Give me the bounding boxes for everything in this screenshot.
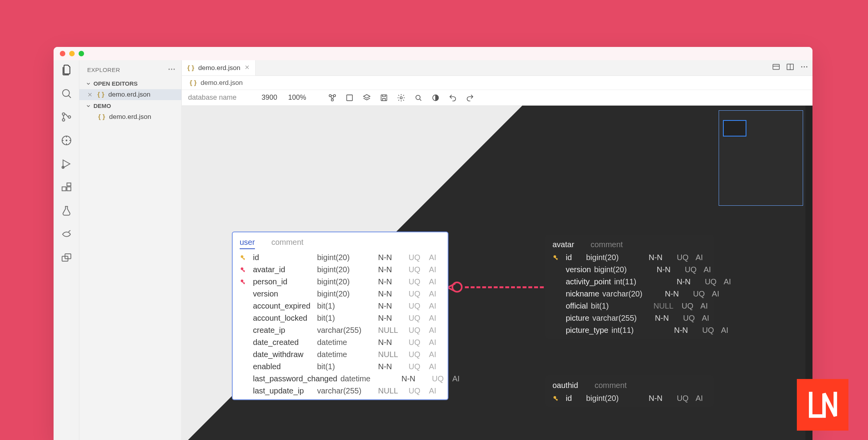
traffic-light-close[interactable] [60,51,65,56]
column-row[interactable]: enabled bit(1) N-N UQ AI [233,361,448,373]
table-comment-label[interactable]: comment [591,240,623,249]
zoom-value[interactable]: 100% [288,93,306,102]
testing-icon[interactable] [61,205,72,217]
column-name: person_id [253,277,314,286]
column-name: last_password_changed [253,374,337,383]
column-not-null: N-N [378,314,405,323]
column-row[interactable]: nickname varchar(20) N-N UQ AI [545,288,714,300]
search-icon[interactable] [61,88,72,99]
undo-icon[interactable] [448,93,457,102]
column-row[interactable]: version bigint(20) N-N UQ AI [545,264,714,276]
column-auto-increment: AI [429,265,441,274]
project-section[interactable]: DEMO [79,100,181,111]
settings-icon[interactable] [397,93,405,102]
column-name: official [566,302,588,311]
table-name[interactable]: user [240,238,255,249]
traffic-light-zoom[interactable] [79,51,84,56]
files-icon[interactable] [61,64,72,76]
table-comment-label[interactable]: comment [595,381,627,390]
theme-icon[interactable] [431,93,440,102]
explorer-title: EXPLORER [87,66,120,73]
erd-canvas[interactable]: user comment id bigint(20) N-N UQ AI ava… [182,106,812,440]
project-file[interactable]: { } demo.erd.json [79,111,181,122]
source-control-icon[interactable] [61,111,72,123]
column-auto-increment: AI [712,289,723,298]
column-name: id [566,253,583,262]
svg-rect-24 [381,95,387,101]
titlebar[interactable] [54,47,812,60]
column-row[interactable]: version bigint(20) N-N UQ AI [233,288,448,300]
column-row[interactable]: last_password_changed datetime N-N UQ AI [233,373,448,385]
memo-icon[interactable] [345,93,354,102]
table-comment-label[interactable]: comment [271,238,303,249]
open-preview-icon[interactable] [772,63,780,71]
column-unique: UQ [409,265,426,274]
run-debug-icon[interactable] [61,158,72,170]
more-icon[interactable] [800,63,809,71]
close-icon[interactable] [244,64,250,72]
extensions-icon[interactable] [61,181,72,193]
vscode-window: EXPLORER OPEN EDITORS { } demo.erd.json … [54,47,812,440]
column-row[interactable]: official bit(1) NULL UQ AI [545,300,714,312]
column-row[interactable]: picture_type int(11) N-N UQ AI [545,324,714,336]
column-type: varchar(20) [603,289,662,298]
column-row[interactable]: id bigint(20) N-N UQ AI [545,392,714,404]
column-row[interactable]: avatar_id bigint(20) N-N UQ AI [233,264,448,276]
add-table-icon[interactable] [328,93,337,102]
more-icon[interactable] [167,65,176,75]
table-name[interactable]: avatar [552,240,574,249]
target-icon[interactable] [61,135,72,146]
table-name[interactable]: oauthid [552,381,578,390]
column-unique: UQ [705,277,721,286]
column-row[interactable]: picture varchar(255) N-N UQ AI [545,312,714,324]
tab-demo-erd[interactable]: { } demo.erd.json [182,60,256,75]
table-user[interactable]: user comment id bigint(20) N-N UQ AI ava… [232,232,448,400]
table-oauthid[interactable]: oauthid comment id bigint(20) N-N UQ AI [545,375,714,407]
column-row[interactable]: person_id bigint(20) N-N UQ AI [233,276,448,288]
column-row[interactable]: id bigint(20) N-N UQ AI [233,251,448,264]
open-editor-file[interactable]: { } demo.erd.json [79,89,181,100]
close-icon[interactable] [87,92,93,97]
minimap-viewport[interactable] [723,120,746,136]
column-row[interactable]: account_expired bit(1) N-N UQ AI [233,300,448,312]
column-unique: UQ [685,265,700,274]
database-name-input[interactable]: database name [188,93,251,102]
find-icon[interactable] [414,93,423,102]
column-row[interactable]: create_ip varchar(255) NULL UQ AI [233,324,448,336]
column-auto-increment: AI [702,314,713,323]
column-row[interactable]: date_created datetime N-N UQ AI [233,336,448,348]
column-not-null: NULL [653,302,678,311]
breadcrumb-label: demo.erd.json [201,79,243,87]
references-icon[interactable] [61,252,72,264]
column-auto-increment: AI [700,302,711,311]
column-unique: UQ [681,302,697,311]
save-icon[interactable] [380,93,388,102]
table-avatar[interactable]: avatar comment id bigint(20) N-N UQ AI v… [545,235,714,339]
column-row[interactable]: date_withdraw datetime NULL UQ AI [233,348,448,361]
column-row[interactable]: activity_point int(11) N-N UQ AI [545,276,714,288]
svg-point-3 [68,116,70,118]
column-auto-increment: AI [721,326,732,335]
column-not-null: N-N [378,362,405,371]
layers-icon[interactable] [362,93,371,102]
column-row[interactable]: account_locked bit(1) N-N UQ AI [233,312,448,324]
column-type: datetime [317,350,375,359]
column-auto-increment: AI [429,302,441,311]
split-editor-icon[interactable] [786,63,794,71]
column-not-null: N-N [655,314,680,323]
column-type: bigint(20) [594,265,653,274]
redo-icon[interactable] [466,93,474,102]
column-row[interactable]: id bigint(20) N-N UQ AI [545,251,714,264]
column-row[interactable]: last_update_ip varchar(255) NULL UQ AI [233,385,448,397]
column-unique: UQ [409,302,426,311]
traffic-light-minimize[interactable] [69,51,75,56]
erd-toolbar: database name 3900 100% [182,90,812,106]
column-not-null: N-N [649,253,674,262]
column-name: enabled [253,362,314,371]
open-editors-section[interactable]: OPEN EDITORS [79,78,181,89]
minimap[interactable] [719,110,803,206]
live-share-icon[interactable] [61,228,72,240]
column-name: activity_point [566,277,611,286]
breadcrumb[interactable]: { } demo.erd.json [182,76,812,90]
column-type: varchar(255) [592,314,652,323]
